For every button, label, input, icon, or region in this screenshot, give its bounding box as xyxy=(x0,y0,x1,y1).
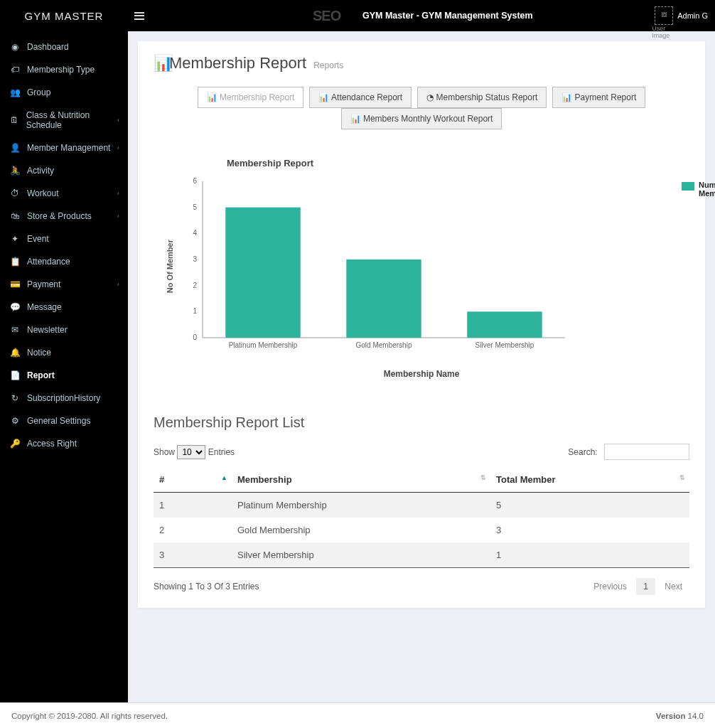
page-current[interactable]: 1 xyxy=(636,578,655,595)
sidebar-item-message[interactable]: 💬Message xyxy=(0,296,128,318)
menu-icon: 🛍 xyxy=(10,211,20,221)
brand-logo[interactable]: GYM MASTER xyxy=(0,10,128,22)
bar-chart-icon: 📊 xyxy=(318,92,329,102)
next-button[interactable]: Next xyxy=(657,578,689,595)
menu-icon: ✦ xyxy=(10,234,20,244)
chart-legend: Number Of Member xyxy=(682,181,715,198)
bar-chart-icon: 📊 xyxy=(154,54,163,73)
legend-swatch xyxy=(682,182,694,191)
tab-attendance-report[interactable]: 📊 Attendance Report xyxy=(309,87,412,108)
table-row: 2Gold Membership3 xyxy=(154,518,689,542)
menu-icon: 💳 xyxy=(10,279,20,289)
sort-icon: ⇅ xyxy=(480,474,486,481)
chart: Membership Report No Of Member 0123456Pl… xyxy=(166,158,677,379)
tab-membership-report: 📊 Membership Report xyxy=(198,87,304,108)
sort-icon: ⇅ xyxy=(679,474,685,481)
svg-text:Gold Membership: Gold Membership xyxy=(356,341,412,349)
table-info: Showing 1 To 3 Of 3 Entries xyxy=(154,582,259,592)
sidebar-item-group[interactable]: 👥Group xyxy=(0,81,128,104)
svg-text:6: 6 xyxy=(193,177,197,185)
seo-placeholder: SEO xyxy=(313,8,340,24)
menu-icon: ↻ xyxy=(10,393,20,403)
sort-asc-icon: ▲ xyxy=(221,474,227,481)
menu-icon: ⏱ xyxy=(10,188,20,198)
report-table: #▲ Membership⇅ Total Member⇅ 1Platinum M… xyxy=(154,467,689,568)
menu-icon: 🔔 xyxy=(10,348,20,358)
app-title: GYM Master - GYM Management System xyxy=(362,11,533,21)
pagination: Previous 1 Next xyxy=(586,578,689,595)
bar-chart-icon: 📊 xyxy=(561,92,572,102)
bar-chart-icon: ◔ xyxy=(426,92,434,102)
menu-icon: 👤 xyxy=(10,143,20,153)
svg-text:3: 3 xyxy=(193,255,197,263)
col-membership[interactable]: Membership⇅ xyxy=(232,467,490,493)
avatar-broken-icon: 🖼 xyxy=(655,6,673,25)
bar-chart-icon: 📊 xyxy=(350,114,361,124)
sidebar-item-activity[interactable]: 🚴Activity xyxy=(0,159,128,182)
menu-icon: ⚙ xyxy=(10,416,20,426)
tab-members-monthly-workout-report[interactable]: 📊 Members Monthly Workout Report xyxy=(341,108,502,129)
chevron-left-icon: ‹ xyxy=(117,190,119,197)
menu-icon: 🚴 xyxy=(10,166,20,176)
breadcrumb: Reports xyxy=(313,60,343,70)
page-size-select[interactable]: 10 xyxy=(177,445,205,459)
tab-payment-report[interactable]: 📊 Payment Report xyxy=(552,87,645,108)
chart-ylabel: No Of Member xyxy=(166,240,174,293)
chevron-left-icon: ‹ xyxy=(117,117,119,124)
sidebar-item-member-management[interactable]: 👤Member Management‹ xyxy=(0,136,128,159)
col-index[interactable]: #▲ xyxy=(154,467,232,493)
chart-canvas: 0123456Platinum MembershipGold Membershi… xyxy=(174,174,572,359)
svg-text:Platinum Membership: Platinum Membership xyxy=(229,341,298,349)
user-name: Admin G xyxy=(677,11,708,20)
search-control: Search: xyxy=(568,444,689,460)
svg-rect-11 xyxy=(346,259,421,338)
sidebar-item-report[interactable]: 📄Report xyxy=(0,364,128,387)
svg-text:4: 4 xyxy=(193,229,197,237)
sidebar-item-newsletter[interactable]: ✉Newsletter xyxy=(0,318,128,341)
menu-icon: 💬 xyxy=(10,302,20,312)
menu-icon: 🔑 xyxy=(10,439,20,449)
footer: Copyright © 2019-2080. All rights reserv… xyxy=(0,702,715,728)
table-row: 3Silver Membership1 xyxy=(154,542,689,568)
bar-chart-icon: 📊 xyxy=(207,92,217,102)
main: 📊 Membership Report Reports 📊 Membership… xyxy=(128,31,715,702)
sidebar: ◉Dashboard🏷Membership Type👥Group🗓Class &… xyxy=(0,31,128,702)
sidebar-item-attendance[interactable]: 📋Attendance xyxy=(0,250,128,273)
table-row: 1Platinum Membership5 xyxy=(154,493,689,518)
menu-icon: 🏷 xyxy=(10,65,20,75)
chevron-left-icon: ‹ xyxy=(117,281,119,288)
sidebar-item-general-settings[interactable]: ⚙General Settings xyxy=(0,410,128,432)
svg-rect-13 xyxy=(467,311,542,338)
menu-icon: ◉ xyxy=(10,42,20,52)
col-total[interactable]: Total Member⇅ xyxy=(490,467,689,493)
list-title: Membership Report List xyxy=(154,414,689,431)
topbar: GYM MASTER SEO GYM Master - GYM Manageme… xyxy=(0,0,715,31)
sidebar-item-event[interactable]: ✦Event xyxy=(0,228,128,250)
prev-button[interactable]: Previous xyxy=(586,578,634,595)
menu-icon: 👥 xyxy=(10,87,20,97)
search-input[interactable] xyxy=(604,444,689,460)
user-menu[interactable]: 🖼 User Image Admin G xyxy=(655,6,708,25)
sidebar-item-dashboard[interactable]: ◉Dashboard xyxy=(0,36,128,58)
svg-text:5: 5 xyxy=(193,203,197,211)
tab-membership-status-report[interactable]: ◔ Membership Status Report xyxy=(417,87,547,108)
sidebar-item-payment[interactable]: 💳Payment‹ xyxy=(0,273,128,296)
sidebar-item-membership-type[interactable]: 🏷Membership Type xyxy=(0,58,128,81)
svg-text:Silver Membership: Silver Membership xyxy=(475,341,534,349)
sidebar-item-store-products[interactable]: 🛍Store & Products‹ xyxy=(0,205,128,228)
menu-icon: 📋 xyxy=(10,257,20,267)
page-size-control: Show 10 Entries xyxy=(154,445,235,459)
sidebar-item-notice[interactable]: 🔔Notice xyxy=(0,341,128,364)
svg-text:2: 2 xyxy=(193,282,197,289)
menu-icon: ✉ xyxy=(10,325,20,335)
svg-text:1: 1 xyxy=(193,307,197,315)
page-title: 📊 Membership Report xyxy=(154,54,306,73)
chevron-left-icon: ‹ xyxy=(117,144,119,151)
sidebar-item-access-right[interactable]: 🔑Access Right xyxy=(0,432,128,455)
sidebar-item-workout[interactable]: ⏱Workout‹ xyxy=(0,182,128,205)
sidebar-toggle-icon[interactable] xyxy=(132,10,146,21)
sidebar-item-class-nutrition-schedule[interactable]: 🗓Class & Nutrition Schedule‹ xyxy=(0,104,128,136)
chevron-left-icon: ‹ xyxy=(117,213,119,220)
report-tabs: 📊 Membership Report📊 Attendance Report◔ … xyxy=(154,87,689,129)
sidebar-item-subscriptionhistory[interactable]: ↻SubscriptionHistory xyxy=(0,387,128,410)
